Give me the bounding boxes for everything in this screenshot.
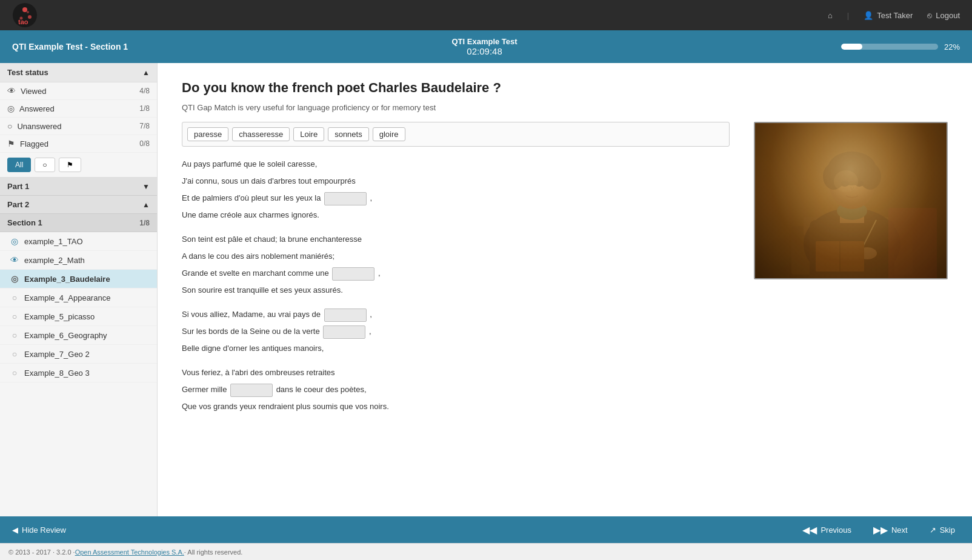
flagged-label: Flagged bbox=[20, 139, 48, 148]
company-link[interactable]: Open Assessment Technologies S.A. bbox=[75, 548, 184, 556]
previous-arrow-icon: ◀◀ bbox=[802, 524, 817, 536]
svg-rect-7 bbox=[755, 123, 948, 279]
skip-label: Skip bbox=[940, 525, 955, 535]
poem-line-10: Sur les bords de la Seine ou de la verte… bbox=[182, 324, 730, 339]
answered-icon: ◎ bbox=[7, 104, 15, 113]
question-title: Do you know the french poet Charles Baud… bbox=[182, 80, 948, 96]
test-name: QTI Example Test bbox=[451, 37, 517, 46]
svg-point-4 bbox=[27, 11, 29, 13]
poem-line-5: Son teint est pâle et chaud; la brune en… bbox=[182, 232, 730, 247]
progress-pct: 22% bbox=[944, 42, 960, 52]
part2-label: Part 2 bbox=[7, 200, 29, 209]
test-status-header: Test status ▲ bbox=[0, 63, 157, 82]
nav-label-example6: Example_6_Geography bbox=[24, 331, 107, 340]
poem-section-1: Au pays parfumé que le soleil caresse, J… bbox=[182, 156, 730, 223]
part1-header[interactable]: Part 1 ▼ bbox=[0, 178, 157, 196]
timer: 02:09:48 bbox=[451, 46, 517, 56]
baudelaire-portrait bbox=[754, 122, 948, 279]
previous-label: Previous bbox=[821, 525, 851, 535]
nav-item-example3[interactable]: ◎ Example_3_Baudelaire bbox=[0, 270, 157, 288]
poem-line-9: Si vous alliez, Madame, au vrai pays de … bbox=[182, 307, 730, 322]
bottom-bar: ◀ Hide Review ◀◀ Previous ▶▶ Next ↗ Skip bbox=[0, 516, 972, 543]
nav-icon-example2: 👁 bbox=[10, 255, 19, 265]
section1-header[interactable]: Section 1 1/8 bbox=[0, 214, 157, 232]
flagged-count: 0/8 bbox=[139, 139, 150, 148]
copyright-text: © 2013 - 2017 · 3.2.0 · bbox=[8, 548, 75, 556]
nav-item-example4[interactable]: ○ Example_4_Appearance bbox=[0, 288, 157, 307]
flagged-icon: ⚑ bbox=[7, 139, 15, 148]
svg-point-19 bbox=[855, 181, 864, 187]
nav-item-example6[interactable]: ○ Example_6_Geography bbox=[0, 326, 157, 345]
poem-section-2: Son teint est pâle et chaud; la brune en… bbox=[182, 232, 730, 298]
top-nav-right: ⌂ | 👤 Test Taker ⎋ Logout bbox=[828, 11, 960, 20]
filter-buttons: All ○ ⚑ bbox=[0, 153, 157, 178]
progress-bar bbox=[841, 44, 938, 50]
nav-icon-example8: ○ bbox=[10, 368, 19, 378]
blank-3[interactable] bbox=[324, 308, 367, 322]
svg-point-16 bbox=[823, 163, 845, 190]
hide-review-btn[interactable]: ◀ Hide Review bbox=[12, 525, 66, 535]
filter-flagged-btn[interactable]: ⚑ bbox=[59, 158, 81, 172]
top-nav: tao ⌂ | 👤 Test Taker ⎋ Logout bbox=[0, 0, 972, 30]
poem-line-2: J'ai connu, sous un dais d'arbres tout e… bbox=[182, 173, 730, 189]
nav-item-example1[interactable]: ◎ example_1_TAO bbox=[0, 232, 157, 251]
nav-buttons: ◀◀ Previous ▶▶ Next ↗ Skip bbox=[797, 522, 960, 538]
nav-icon-example4: ○ bbox=[10, 293, 19, 302]
nav-label-example8: Example_8_Geo 3 bbox=[24, 368, 90, 378]
logout-link[interactable]: ⎋ Logout bbox=[927, 11, 960, 20]
content-area: Do you know the french poet Charles Baud… bbox=[158, 63, 972, 516]
previous-btn[interactable]: ◀◀ Previous bbox=[797, 522, 856, 538]
logout-label: Logout bbox=[936, 11, 960, 20]
word-chip-loire[interactable]: Loire bbox=[293, 127, 324, 141]
home-icon: ⌂ bbox=[828, 11, 833, 20]
word-chip-chasseresse[interactable]: chasseresse bbox=[232, 127, 290, 141]
progress-bar-fill bbox=[841, 44, 862, 50]
word-bank: paresse chasseresse Loire sonnets gloire bbox=[182, 122, 730, 147]
skip-btn[interactable]: ↗ Skip bbox=[925, 523, 960, 537]
header-bar: QTI Example Test - Section 1 QTI Example… bbox=[0, 30, 972, 63]
answered-count: 1/8 bbox=[139, 104, 150, 113]
filter-unanswered-btn[interactable]: ○ bbox=[35, 158, 55, 172]
word-chip-gloire[interactable]: gloire bbox=[373, 127, 405, 141]
gap-match-left: paresse chasseresse Loire sonnets gloire… bbox=[182, 122, 730, 423]
collapse-icon[interactable]: ▲ bbox=[142, 68, 150, 77]
part2-header[interactable]: Part 2 ▲ bbox=[0, 196, 157, 214]
next-btn[interactable]: ▶▶ Next bbox=[868, 522, 913, 538]
user-link[interactable]: 👤 Test Taker bbox=[864, 11, 913, 20]
svg-rect-24 bbox=[888, 208, 937, 279]
poem-line-7: Grande et svelte en marchant comme une , bbox=[182, 265, 730, 281]
svg-point-15 bbox=[828, 152, 876, 185]
home-link[interactable]: ⌂ bbox=[828, 11, 833, 20]
blank-2[interactable] bbox=[332, 267, 374, 281]
nav-item-example2[interactable]: 👁 example_2_Math bbox=[0, 251, 157, 270]
answered-label: Answered bbox=[19, 104, 55, 113]
blank-5[interactable] bbox=[230, 384, 273, 397]
filter-all-btn[interactable]: All bbox=[7, 158, 31, 172]
logout-icon: ⎋ bbox=[927, 11, 932, 20]
part1-label: Part 1 bbox=[7, 182, 29, 191]
poem-line-13: Germer mille dans le coeur des poètes, bbox=[182, 382, 730, 398]
blank-4[interactable] bbox=[323, 325, 365, 339]
nav-item-example7[interactable]: ○ Example_7_Geo 2 bbox=[0, 345, 157, 364]
svg-point-17 bbox=[859, 163, 881, 190]
svg-point-25 bbox=[834, 170, 858, 192]
nav-item-example8[interactable]: ○ Example_8_Geo 3 bbox=[0, 364, 157, 382]
svg-point-10 bbox=[804, 208, 900, 279]
word-chip-paresse[interactable]: paresse bbox=[187, 127, 228, 141]
poem-text: Au pays parfumé que le soleil caresse, J… bbox=[182, 156, 730, 415]
viewed-label: Viewed bbox=[21, 87, 46, 96]
svg-point-18 bbox=[841, 181, 849, 187]
logo: tao bbox=[12, 2, 38, 28]
unanswered-icon: ○ bbox=[7, 121, 12, 131]
poem-line-11: Belle digne d'orner les antiques manoirs… bbox=[182, 341, 730, 356]
question-subtitle: QTI Gap Match is very useful for languag… bbox=[182, 103, 948, 112]
svg-text:tao: tao bbox=[18, 18, 28, 25]
nav-label-example1: example_1_TAO bbox=[24, 237, 83, 246]
main-layout: Test status ▲ 👁 Viewed 4/8 ◎ Answered 1/… bbox=[0, 63, 972, 516]
svg-point-2 bbox=[28, 15, 32, 19]
blank-1[interactable] bbox=[324, 192, 367, 205]
nav-item-example5[interactable]: ○ Example_5_picasso bbox=[0, 307, 157, 326]
unanswered-count: 7/8 bbox=[139, 122, 150, 130]
word-chip-sonnets[interactable]: sonnets bbox=[328, 127, 369, 141]
viewed-icon: 👁 bbox=[7, 86, 16, 96]
